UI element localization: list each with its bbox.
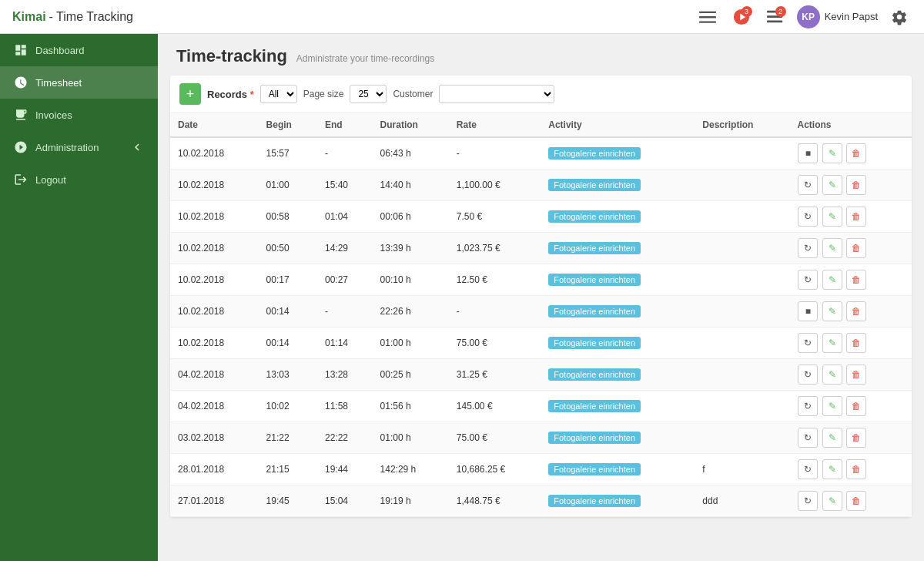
cell-duration: 00:10 h: [373, 264, 449, 296]
cell-end: 01:04: [317, 201, 373, 233]
add-record-button[interactable]: +: [179, 83, 201, 105]
avatar: KP: [797, 5, 820, 29]
activity-badge: Fotogalerie einrichten: [548, 242, 641, 254]
cell-duration: 13:39 h: [373, 233, 449, 264]
activity-badge: Fotogalerie einrichten: [548, 210, 641, 223]
cell-begin: 00:58: [259, 201, 317, 233]
cell-actions: ↻ ✎ 🗑: [789, 201, 912, 233]
restart-button[interactable]: ↻: [798, 459, 818, 479]
cell-end: 00:27: [317, 264, 373, 296]
delete-button[interactable]: 🗑: [846, 396, 866, 416]
edit-button[interactable]: ✎: [822, 175, 842, 195]
edit-button[interactable]: ✎: [822, 491, 842, 511]
activity-badge: Fotogalerie einrichten: [548, 147, 641, 160]
edit-button[interactable]: ✎: [822, 333, 842, 353]
cell-duration: 142:29 h: [373, 454, 449, 485]
settings-icon[interactable]: [887, 5, 912, 29]
table-row: 03.02.2018 21:22 22:22 01:00 h 75.00 € F…: [170, 422, 912, 454]
cell-activity: Fotogalerie einrichten: [541, 137, 695, 170]
table-row: 10.02.2018 00:58 01:04 00:06 h 7.50 € Fo…: [170, 201, 912, 233]
cell-rate: 1,100.00 €: [449, 170, 541, 201]
customer-filter-select[interactable]: [439, 85, 554, 103]
delete-button[interactable]: 🗑: [846, 175, 866, 195]
cell-begin: 21:15: [259, 454, 317, 485]
restart-button[interactable]: ↻: [798, 238, 818, 258]
cell-date: 10.02.2018: [170, 233, 259, 264]
sidebar-item-logout[interactable]: Logout: [0, 163, 158, 196]
delete-button[interactable]: 🗑: [846, 143, 866, 163]
delete-button[interactable]: 🗑: [846, 301, 866, 321]
cell-activity: Fotogalerie einrichten: [541, 328, 695, 359]
col-rate: Rate: [449, 113, 541, 137]
delete-button[interactable]: 🗑: [846, 428, 866, 448]
page-size-select[interactable]: 25: [350, 85, 387, 103]
edit-button[interactable]: ✎: [822, 428, 842, 448]
restart-button[interactable]: ↻: [798, 491, 818, 511]
delete-button[interactable]: 🗑: [846, 270, 866, 290]
restart-button[interactable]: ↻: [798, 333, 818, 353]
user-menu[interactable]: KP Kevin Papst: [797, 5, 878, 29]
cell-description: ddd: [695, 485, 789, 517]
delete-button[interactable]: 🗑: [846, 238, 866, 258]
cell-actions: ↻ ✎ 🗑: [789, 391, 912, 422]
cell-rate: 145.00 €: [449, 391, 541, 422]
svg-rect-2: [699, 21, 716, 22]
cell-rate: 75.00 €: [449, 422, 541, 454]
cell-duration: 01:00 h: [373, 328, 449, 359]
table-row: 10.02.2018 15:57 - 06:43 h - Fotogalerie…: [170, 137, 912, 170]
sidebar-item-administration[interactable]: Administration: [0, 131, 158, 163]
activity-badge: Fotogalerie einrichten: [548, 432, 641, 444]
restart-button[interactable]: ↻: [798, 364, 818, 385]
stop-button[interactable]: ■: [798, 143, 818, 163]
edit-button[interactable]: ✎: [822, 238, 842, 258]
cell-rate: 75.00 €: [449, 328, 541, 359]
cell-description: [695, 296, 789, 328]
cell-actions: ↻ ✎ 🗑: [789, 359, 912, 391]
cell-description: [695, 264, 789, 296]
play-timer-button[interactable]: 3: [729, 5, 754, 29]
cell-date: 10.02.2018: [170, 170, 259, 201]
edit-button[interactable]: ✎: [822, 396, 842, 416]
cell-rate: 12.50 €: [449, 264, 541, 296]
col-begin: Begin: [259, 113, 317, 137]
edit-button[interactable]: ✎: [822, 364, 842, 385]
list-icon-button[interactable]: 2: [763, 5, 788, 29]
cell-begin: 00:14: [259, 328, 317, 359]
cell-end: 01:14: [317, 328, 373, 359]
cell-begin: 01:00: [259, 170, 317, 201]
cell-begin: 10:02: [259, 391, 317, 422]
delete-button[interactable]: 🗑: [846, 459, 866, 479]
page-title: Time-tracking: [176, 46, 287, 66]
edit-button[interactable]: ✎: [822, 207, 842, 227]
cell-duration: 22:26 h: [373, 296, 449, 328]
restart-button[interactable]: ↻: [798, 396, 818, 416]
records-filter-select[interactable]: All: [260, 85, 297, 103]
table-row: 10.02.2018 00:17 00:27 00:10 h 12.50 € F…: [170, 264, 912, 296]
sidebar-label-administration: Administration: [35, 142, 99, 153]
cell-actions: ↻ ✎ 🗑: [789, 485, 912, 517]
delete-button[interactable]: 🗑: [846, 333, 866, 353]
cell-activity: Fotogalerie einrichten: [541, 359, 695, 391]
edit-button[interactable]: ✎: [822, 301, 842, 321]
stop-button[interactable]: ■: [798, 301, 818, 321]
delete-button[interactable]: 🗑: [846, 207, 866, 227]
restart-button[interactable]: ↻: [798, 175, 818, 195]
delete-button[interactable]: 🗑: [846, 491, 866, 511]
restart-button[interactable]: ↻: [798, 270, 818, 290]
cell-date: 10.02.2018: [170, 137, 259, 170]
sidebar-item-timesheet[interactable]: Timesheet: [0, 66, 158, 99]
restart-button[interactable]: ↻: [798, 428, 818, 448]
edit-button[interactable]: ✎: [822, 459, 842, 479]
cell-description: [695, 359, 789, 391]
sidebar-item-dashboard[interactable]: Dashboard: [0, 34, 158, 66]
sidebar-item-invoices[interactable]: Invoices: [0, 99, 158, 131]
table-header: Date Begin End Duration Rate Activity De…: [170, 113, 912, 137]
menu-toggle-button[interactable]: [695, 5, 720, 29]
cell-begin: 13:03: [259, 359, 317, 391]
delete-button[interactable]: 🗑: [846, 364, 866, 385]
restart-button[interactable]: ↻: [798, 207, 818, 227]
edit-button[interactable]: ✎: [822, 270, 842, 290]
customer-label: Customer: [393, 89, 433, 99]
activity-badge: Fotogalerie einrichten: [548, 495, 641, 507]
edit-button[interactable]: ✎: [822, 143, 842, 163]
